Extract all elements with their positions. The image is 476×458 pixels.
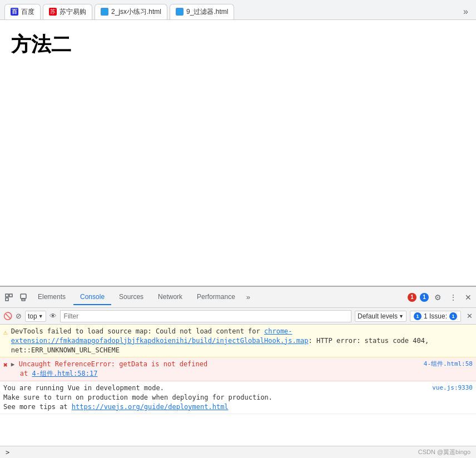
info-line-ref[interactable]: vue.js:9330 [432, 384, 473, 411]
suning-favicon: 苏 [49, 8, 57, 16]
error-count: 1 [408, 293, 416, 302]
log-levels-label: Default levels [358, 312, 398, 320]
tab-jsx-label: 2_jsx小练习.html [111, 7, 161, 17]
tab-baidu-label: 百度 [21, 7, 34, 17]
stop-icon[interactable]: ⊘ [16, 312, 22, 320]
eye-icon[interactable]: 👁 [49, 312, 57, 320]
tab-network[interactable]: Network [151, 290, 189, 305]
tab-filter[interactable]: 🌐 9_过滤器.html [170, 4, 234, 19]
expand-arrow[interactable]: ▶ [11, 361, 15, 368]
close-devtools-icon[interactable]: ✕ [463, 293, 474, 302]
console-prompt[interactable]: > [6, 449, 9, 456]
tab-more-button[interactable]: » [460, 7, 472, 17]
error-message: ✖ ▶ Uncaught ReferenceError: getData is … [0, 357, 476, 381]
devtools-panel: Elements Console Sources Network Perform… [0, 286, 476, 458]
context-selector[interactable]: top ▼ [25, 311, 46, 322]
context-label: top [28, 312, 37, 320]
baidu-favicon: 百 [11, 8, 18, 16]
tab-baidu[interactable]: 百 百度 [4, 4, 41, 19]
tab-suning[interactable]: 苏 苏宁易购 [43, 4, 92, 19]
tab-filter-label: 9_过滤器.html [186, 7, 228, 17]
jsx-favicon: 🌐 [101, 8, 108, 16]
svg-rect-3 [21, 294, 26, 298]
warning-text: DevTools failed to load source map: Coul… [11, 327, 473, 355]
svg-rect-4 [22, 299, 25, 301]
error-text: ▶ Uncaught ReferenceError: getData is no… [11, 360, 420, 379]
error-badge: 1 [408, 293, 416, 302]
tab-sources[interactable]: Sources [112, 290, 150, 305]
error-sub-link[interactable]: 4-组件.html:58:17 [32, 370, 98, 377]
device-toolbar-icon[interactable] [17, 291, 30, 304]
tab-more-devtools[interactable]: » [243, 291, 254, 303]
issue-count: 1 [449, 312, 457, 320]
error-main-text: Uncaught ReferenceError: getData is not … [19, 360, 208, 368]
warning-message: ⚠ DevTools failed to load source map: Co… [0, 325, 476, 357]
svg-rect-1 [9, 294, 12, 297]
error-icon: ✖ [3, 360, 8, 379]
devtools-icons-right: 1 1 ⚙ ⋮ ✕ [408, 293, 474, 302]
settings-icon[interactable]: ⚙ [432, 293, 444, 302]
context-dropdown-arrow: ▼ [38, 313, 43, 319]
info-link[interactable]: https://vuejs.org/guide/deployment.html [72, 403, 229, 411]
tab-bar: 百 百度 苏 苏宁易购 🌐 2_jsx小练习.html 🌐 9_过滤器.html… [0, 0, 476, 20]
page-title: 方法二 [11, 31, 465, 58]
issues-button[interactable]: 1 1 Issue: 1 [410, 311, 461, 322]
info-badge: 1 [420, 293, 429, 302]
brand-label: CSDN @翼遥bingo [418, 448, 470, 456]
more-options-icon[interactable]: ⋮ [447, 293, 459, 302]
info-text: You are running Vue in development mode.… [3, 384, 429, 411]
error-line-ref[interactable]: 4-组件.html:58 [424, 360, 473, 379]
issue-badge: 1 [414, 312, 422, 320]
filter-favicon: 🌐 [176, 8, 184, 16]
devtools-toolbar: Elements Console Sources Network Perform… [0, 287, 476, 308]
svg-rect-0 [6, 294, 8, 297]
warning-link[interactable]: chrome-extension://fmkadmapgofadopljbjfk… [11, 327, 309, 345]
issue-label: 1 Issue: [424, 312, 447, 320]
console-toolbar: 🚫 ⊘ top ▼ 👁 Default levels ▼ 1 1 Issue: … [0, 308, 476, 325]
error-sub-text: at 4-组件.html:58:17 [11, 369, 420, 379]
tab-jsx[interactable]: 🌐 2_jsx小练习.html [95, 4, 167, 19]
tab-suning-label: 苏宁易购 [60, 7, 86, 17]
svg-rect-2 [6, 298, 8, 301]
filter-input[interactable] [60, 310, 351, 322]
tab-console[interactable]: Console [73, 290, 111, 305]
levels-dropdown-arrow: ▼ [399, 313, 404, 319]
info-message: You are running Vue in development mode.… [0, 381, 476, 414]
inspect-element-icon[interactable] [2, 291, 16, 304]
tab-elements[interactable]: Elements [31, 290, 72, 305]
info-count: 1 [420, 293, 429, 302]
console-messages: ⚠ DevTools failed to load source map: Co… [0, 325, 476, 442]
tab-performance[interactable]: Performance [190, 290, 242, 305]
clear-console-icon[interactable]: 🚫 [3, 312, 12, 320]
status-bar: > CSDN @翼遥bingo [0, 446, 476, 458]
page-content: 方法二 [0, 20, 476, 292]
log-levels-selector[interactable]: Default levels ▼ [355, 311, 406, 322]
warning-icon: ⚠ [3, 327, 8, 355]
close-console-icon[interactable]: ✕ [467, 312, 473, 320]
